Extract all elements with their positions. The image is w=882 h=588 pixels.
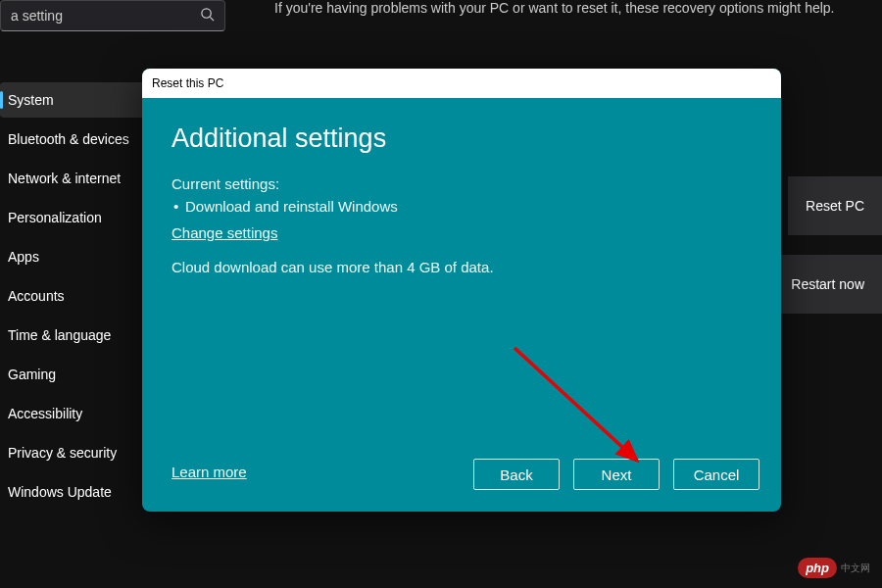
dialog-heading: Additional settings — [172, 123, 752, 154]
dialog-actions: Back Next Cancel — [473, 459, 760, 490]
cloud-download-note: Cloud download can use more than 4 GB of… — [172, 259, 752, 275]
change-settings-link[interactable]: Change settings — [172, 224, 277, 241]
search-input[interactable] — [11, 8, 200, 24]
watermark-badge: php — [798, 558, 837, 578]
back-button[interactable]: Back — [473, 459, 560, 490]
restart-now-button[interactable]: Restart now — [773, 255, 882, 314]
svg-point-0 — [202, 9, 211, 18]
current-setting-item: •Download and reinstall Windows — [172, 198, 752, 215]
reset-pc-button[interactable]: Reset PC — [788, 176, 882, 235]
watermark-text: 中文网 — [841, 562, 870, 575]
next-button[interactable]: Next — [573, 459, 660, 490]
cancel-button[interactable]: Cancel — [673, 459, 760, 490]
current-settings-label: Current settings: — [172, 175, 752, 192]
search-box[interactable] — [0, 0, 225, 31]
dialog-titlebar: Reset this PC — [142, 69, 781, 98]
watermark: php 中文网 — [798, 558, 870, 578]
dialog-body: Additional settings Current settings: •D… — [142, 98, 781, 512]
bullet-text: Download and reinstall Windows — [185, 198, 398, 215]
learn-more-link[interactable]: Learn more — [172, 464, 247, 480]
search-icon — [200, 7, 215, 24]
svg-line-1 — [210, 17, 214, 21]
reset-pc-dialog: Reset this PC Additional settings Curren… — [142, 69, 781, 512]
recovery-help-text: If you're having problems with your PC o… — [274, 0, 835, 16]
